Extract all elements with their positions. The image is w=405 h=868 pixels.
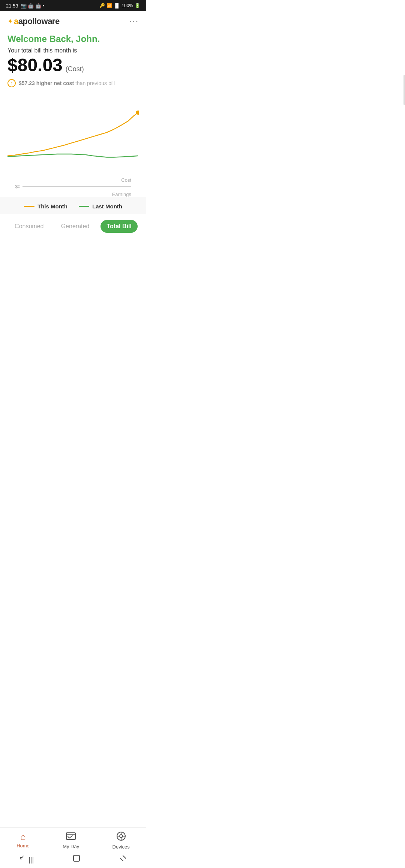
earnings-axis-label: Earnings (112, 192, 131, 197)
welcome-greeting: Welcome Back, John. (8, 34, 139, 44)
status-bar: 21:53 📷 🤖 🤖 • 🔑 📶 ▐▌ 100% 🔋 (0, 0, 146, 11)
legend-last-month-label: Last Month (92, 203, 122, 210)
comparison-suffix: than previous bill (75, 80, 115, 86)
comparison-amount: $57.23 higher net cost (19, 80, 74, 86)
logo: ✦ aapolloware (8, 16, 60, 26)
bill-amount: $80.03 (8, 55, 63, 75)
chart-legend: This Month Last Month (0, 197, 146, 214)
cost-comparison-text: $57.23 higher net cost than previous bil… (19, 80, 115, 86)
cost-axis-label: Cost (121, 177, 131, 183)
status-time: 21:53 📷 🤖 🤖 • (6, 3, 44, 9)
tab-consumed[interactable]: Consumed (9, 220, 50, 233)
menu-button[interactable]: ··· (130, 16, 139, 26)
zero-axis-line (22, 186, 131, 187)
tab-total-bill[interactable]: Total Bill (100, 220, 137, 233)
battery-display: 100% (122, 3, 133, 8)
view-tabs: Consumed Generated Total Bill (0, 214, 146, 236)
legend-last-month: Last Month (79, 203, 122, 210)
wifi-icon: 📶 (106, 3, 112, 8)
bill-chart (8, 93, 139, 176)
legend-this-month-label: This Month (38, 203, 68, 210)
zero-label: $0 (15, 184, 20, 189)
app-header: ✦ aapolloware ··· (0, 11, 146, 30)
legend-orange-line (24, 206, 34, 207)
battery-icon: 🔋 (135, 3, 140, 8)
time-display: 21:53 (6, 3, 18, 9)
legend-this-month: This Month (24, 203, 68, 210)
bill-intro-text: Your total bill this month is (8, 47, 139, 54)
chart-right-labels: Cost (8, 177, 139, 183)
earnings-label-row: Earnings (8, 192, 139, 197)
logo-star-icon: ✦ (8, 17, 13, 25)
cost-comparison: ↑ $57.23 higher net cost than previous b… (8, 79, 139, 87)
legend-green-line (79, 206, 89, 207)
tab-generated[interactable]: Generated (55, 220, 96, 233)
status-right: 🔑 📶 ▐▌ 100% 🔋 (99, 3, 140, 8)
up-arrow-icon: ↑ (8, 79, 16, 87)
bill-amount-row: $80.03 (Cost) (8, 55, 139, 75)
status-icons: 📷 🤖 🤖 • (21, 3, 44, 9)
signal-icon: ▐▌ (114, 3, 120, 8)
logo-text: aapolloware (14, 16, 60, 26)
this-month-line (8, 112, 138, 156)
key-icon: 🔑 (99, 3, 105, 8)
zero-line-row: $0 (8, 183, 139, 190)
main-content: Welcome Back, John. Your total bill this… (0, 30, 146, 197)
chart-svg (8, 93, 139, 176)
last-month-line (8, 154, 138, 157)
bill-label: (Cost) (66, 65, 84, 73)
